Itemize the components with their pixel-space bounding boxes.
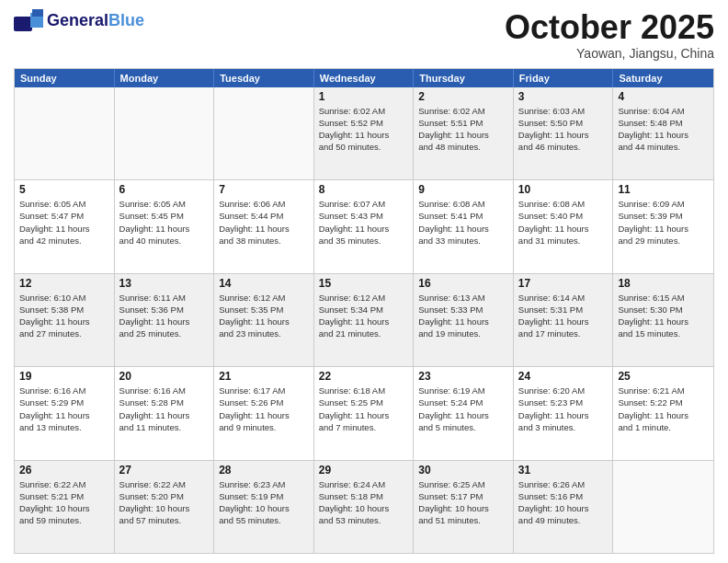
day-info: Sunrise: 6:05 AMSunset: 5:45 PMDaylight:… xyxy=(119,198,210,247)
calendar-cell xyxy=(15,87,115,179)
day-number: 28 xyxy=(219,464,309,477)
day-number: 12 xyxy=(19,277,109,290)
calendar-cell xyxy=(214,87,314,179)
title-block: October 2025 Yaowan, Jiangsu, China xyxy=(505,9,714,61)
calendar-cell: 15Sunrise: 6:12 AMSunset: 5:34 PMDayligh… xyxy=(314,274,415,366)
day-info: Sunrise: 6:23 AMSunset: 5:19 PMDaylight:… xyxy=(219,478,309,527)
day-info: Sunrise: 6:26 AMSunset: 5:16 PMDaylight:… xyxy=(518,478,609,527)
day-info: Sunrise: 6:15 AMSunset: 5:30 PMDaylight:… xyxy=(618,292,709,340)
day-number: 31 xyxy=(518,464,609,477)
calendar-cell: 3Sunrise: 6:03 AMSunset: 5:50 PMDaylight… xyxy=(514,87,614,179)
day-info: Sunrise: 6:22 AMSunset: 5:20 PMDaylight:… xyxy=(119,478,210,527)
calendar: SundayMondayTuesdayWednesdayThursdayFrid… xyxy=(14,68,714,554)
calendar-cell: 6Sunrise: 6:05 AMSunset: 5:45 PMDaylight… xyxy=(115,180,215,272)
calendar-cell: 24Sunrise: 6:20 AMSunset: 5:23 PMDayligh… xyxy=(514,367,614,459)
calendar-cell: 28Sunrise: 6:23 AMSunset: 5:19 PMDayligh… xyxy=(214,461,314,553)
calendar-cell xyxy=(613,461,713,553)
svg-rect-0 xyxy=(14,17,32,31)
calendar-header: SundayMondayTuesdayWednesdayThursdayFrid… xyxy=(15,69,713,87)
day-info: Sunrise: 6:12 AMSunset: 5:35 PMDaylight:… xyxy=(219,292,309,340)
day-info: Sunrise: 6:06 AMSunset: 5:44 PMDaylight:… xyxy=(219,198,309,247)
day-number: 3 xyxy=(518,90,609,103)
day-number: 30 xyxy=(418,464,508,477)
day-info: Sunrise: 6:13 AMSunset: 5:33 PMDaylight:… xyxy=(418,292,508,340)
calendar-header-day: Wednesday xyxy=(314,69,415,87)
calendar-cell: 13Sunrise: 6:11 AMSunset: 5:36 PMDayligh… xyxy=(115,274,215,366)
day-number: 6 xyxy=(119,183,210,196)
calendar-cell: 16Sunrise: 6:13 AMSunset: 5:33 PMDayligh… xyxy=(414,274,514,366)
day-number: 27 xyxy=(119,464,210,477)
header: GeneralBlue October 2025 Yaowan, Jiangsu… xyxy=(14,9,714,61)
day-info: Sunrise: 6:16 AMSunset: 5:28 PMDaylight:… xyxy=(119,385,210,433)
calendar-cell: 22Sunrise: 6:18 AMSunset: 5:25 PMDayligh… xyxy=(314,367,415,459)
calendar-body: 1Sunrise: 6:02 AMSunset: 5:52 PMDaylight… xyxy=(15,87,713,553)
calendar-cell: 25Sunrise: 6:21 AMSunset: 5:22 PMDayligh… xyxy=(613,367,713,459)
calendar-cell: 23Sunrise: 6:19 AMSunset: 5:24 PMDayligh… xyxy=(414,367,514,459)
logo-icon xyxy=(14,9,43,31)
calendar-cell: 12Sunrise: 6:10 AMSunset: 5:38 PMDayligh… xyxy=(15,274,115,366)
calendar-header-day: Sunday xyxy=(15,69,115,87)
calendar-header-day: Tuesday xyxy=(214,69,314,87)
day-info: Sunrise: 6:02 AMSunset: 5:51 PMDaylight:… xyxy=(418,105,508,154)
day-number: 29 xyxy=(319,464,409,477)
day-info: Sunrise: 6:11 AMSunset: 5:36 PMDaylight:… xyxy=(119,292,210,340)
calendar-week-row: 26Sunrise: 6:22 AMSunset: 5:21 PMDayligh… xyxy=(15,461,713,553)
day-info: Sunrise: 6:08 AMSunset: 5:40 PMDaylight:… xyxy=(518,198,609,247)
day-info: Sunrise: 6:09 AMSunset: 5:39 PMDaylight:… xyxy=(618,198,709,247)
day-info: Sunrise: 6:22 AMSunset: 5:21 PMDaylight:… xyxy=(19,478,109,527)
page: GeneralBlue October 2025 Yaowan, Jiangsu… xyxy=(0,0,728,563)
calendar-cell: 17Sunrise: 6:14 AMSunset: 5:31 PMDayligh… xyxy=(514,274,614,366)
logo-text-blue: Blue xyxy=(108,11,144,29)
day-info: Sunrise: 6:05 AMSunset: 5:47 PMDaylight:… xyxy=(19,198,109,247)
calendar-cell: 11Sunrise: 6:09 AMSunset: 5:39 PMDayligh… xyxy=(613,180,713,272)
calendar-cell: 9Sunrise: 6:08 AMSunset: 5:41 PMDaylight… xyxy=(414,180,514,272)
calendar-cell: 5Sunrise: 6:05 AMSunset: 5:47 PMDaylight… xyxy=(15,180,115,272)
calendar-cell: 27Sunrise: 6:22 AMSunset: 5:20 PMDayligh… xyxy=(115,461,215,553)
calendar-cell: 4Sunrise: 6:04 AMSunset: 5:48 PMDaylight… xyxy=(613,87,713,179)
day-number: 25 xyxy=(618,370,709,383)
day-info: Sunrise: 6:25 AMSunset: 5:17 PMDaylight:… xyxy=(418,478,508,527)
day-number: 5 xyxy=(19,183,109,196)
day-info: Sunrise: 6:21 AMSunset: 5:22 PMDaylight:… xyxy=(618,385,709,433)
calendar-cell: 26Sunrise: 6:22 AMSunset: 5:21 PMDayligh… xyxy=(15,461,115,553)
day-number: 20 xyxy=(119,370,210,383)
day-info: Sunrise: 6:03 AMSunset: 5:50 PMDaylight:… xyxy=(518,105,609,154)
logo: GeneralBlue xyxy=(14,9,144,31)
month-title: October 2025 xyxy=(505,9,714,46)
logo-text-general: General xyxy=(47,11,108,29)
calendar-header-day: Friday xyxy=(514,69,614,87)
day-number: 10 xyxy=(518,183,609,196)
logo-text: GeneralBlue xyxy=(47,12,144,29)
calendar-header-day: Monday xyxy=(115,69,215,87)
location: Yaowan, Jiangsu, China xyxy=(505,46,714,61)
day-info: Sunrise: 6:10 AMSunset: 5:38 PMDaylight:… xyxy=(19,292,109,340)
day-number: 23 xyxy=(418,370,508,383)
calendar-cell: 21Sunrise: 6:17 AMSunset: 5:26 PMDayligh… xyxy=(214,367,314,459)
day-info: Sunrise: 6:20 AMSunset: 5:23 PMDaylight:… xyxy=(518,385,609,433)
calendar-cell xyxy=(115,87,215,179)
day-number: 15 xyxy=(319,277,409,290)
calendar-cell: 8Sunrise: 6:07 AMSunset: 5:43 PMDaylight… xyxy=(314,180,415,272)
day-info: Sunrise: 6:04 AMSunset: 5:48 PMDaylight:… xyxy=(618,105,709,154)
day-info: Sunrise: 6:14 AMSunset: 5:31 PMDaylight:… xyxy=(518,292,609,340)
day-info: Sunrise: 6:17 AMSunset: 5:26 PMDaylight:… xyxy=(219,385,309,433)
day-number: 1 xyxy=(319,90,409,103)
calendar-cell: 10Sunrise: 6:08 AMSunset: 5:40 PMDayligh… xyxy=(514,180,614,272)
calendar-header-day: Saturday xyxy=(613,69,713,87)
day-number: 22 xyxy=(319,370,409,383)
day-number: 11 xyxy=(618,183,709,196)
calendar-week-row: 5Sunrise: 6:05 AMSunset: 5:47 PMDaylight… xyxy=(15,180,713,273)
day-info: Sunrise: 6:08 AMSunset: 5:41 PMDaylight:… xyxy=(418,198,508,247)
day-info: Sunrise: 6:18 AMSunset: 5:25 PMDaylight:… xyxy=(319,385,409,433)
day-number: 2 xyxy=(418,90,508,103)
calendar-cell: 29Sunrise: 6:24 AMSunset: 5:18 PMDayligh… xyxy=(314,461,415,553)
calendar-cell: 14Sunrise: 6:12 AMSunset: 5:35 PMDayligh… xyxy=(214,274,314,366)
calendar-cell: 7Sunrise: 6:06 AMSunset: 5:44 PMDaylight… xyxy=(214,180,314,272)
calendar-cell: 1Sunrise: 6:02 AMSunset: 5:52 PMDaylight… xyxy=(314,87,415,179)
day-number: 18 xyxy=(618,277,709,290)
day-info: Sunrise: 6:02 AMSunset: 5:52 PMDaylight:… xyxy=(319,105,409,154)
calendar-cell: 19Sunrise: 6:16 AMSunset: 5:29 PMDayligh… xyxy=(15,367,115,459)
day-number: 17 xyxy=(518,277,609,290)
calendar-cell: 31Sunrise: 6:26 AMSunset: 5:16 PMDayligh… xyxy=(514,461,614,553)
day-number: 19 xyxy=(19,370,109,383)
